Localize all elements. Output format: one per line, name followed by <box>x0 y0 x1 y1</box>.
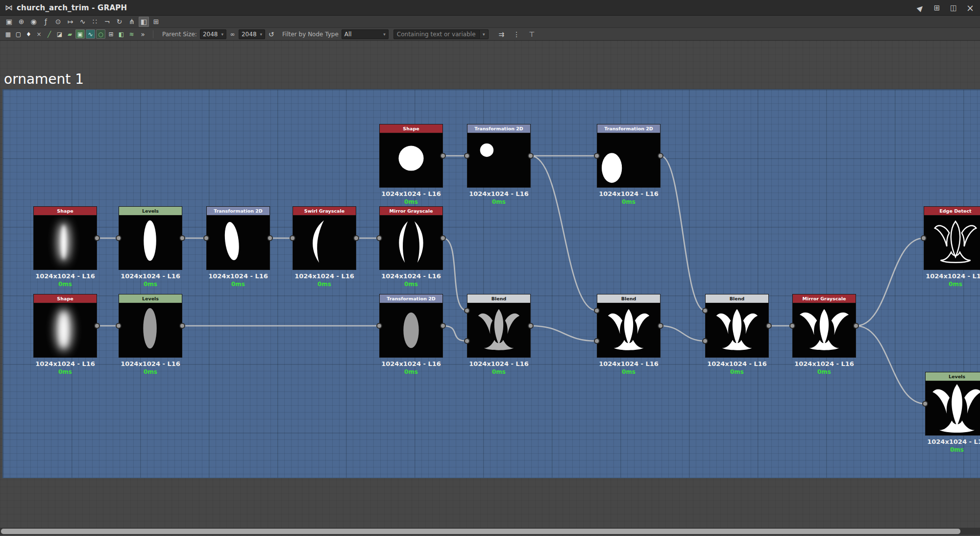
input-port[interactable] <box>702 338 708 344</box>
node-type-select[interactable]: All ▾ <box>342 29 389 39</box>
node-search-input[interactable] <box>393 29 480 39</box>
output-port[interactable] <box>528 323 534 329</box>
pin-view-icon[interactable]: ▶ <box>913 0 927 14</box>
filter-atlas-icon[interactable]: ▣ <box>75 29 85 39</box>
input-port[interactable] <box>376 323 382 329</box>
filter-graph-icon[interactable]: ◧ <box>117 29 126 39</box>
output-port[interactable] <box>440 153 446 159</box>
parent-size-height-select[interactable]: 2048 ▾ <box>239 29 265 39</box>
output-port[interactable] <box>528 153 534 159</box>
graph-node-t2d_mid[interactable]: Transformation 2D1024x1024 - L160ms <box>206 206 270 288</box>
input-port[interactable] <box>290 235 295 241</box>
graph-node-blend1[interactable]: Blend 1024x1024 - L160ms <box>467 294 531 375</box>
filter-material-icon[interactable]: ♦ <box>24 29 33 39</box>
graph-node-levels_mid[interactable]: Levels1024x1024 - L160ms <box>119 206 182 288</box>
instantiate-nodes-icon[interactable]: ⇉ <box>496 29 507 39</box>
filter-tile-icon[interactable]: ⊞ <box>106 29 116 39</box>
node-size-label: 1024x1024 - L16 <box>206 272 270 280</box>
graph-node-t2d_a[interactable]: Transformation 2D1024x1024 - L160ms <box>467 124 531 205</box>
input-port[interactable] <box>464 308 470 314</box>
auto-layout-icon[interactable]: ↻ <box>114 17 124 27</box>
output-port[interactable] <box>267 235 273 241</box>
input-port[interactable] <box>702 308 708 314</box>
node-size-label: 1024x1024 - L16 <box>379 272 443 280</box>
link-dimensions-icon[interactable]: ∞ <box>227 29 238 39</box>
filter-shape-icon[interactable]: ○ <box>96 29 105 39</box>
output-port[interactable] <box>853 323 859 329</box>
link-orthogonal-icon[interactable]: ¬ <box>102 17 112 27</box>
search-icon[interactable]: ⊙ <box>53 17 63 27</box>
link-display-straight-icon[interactable]: ↦ <box>65 17 75 27</box>
link-dots-icon[interactable]: ∷ <box>90 17 100 27</box>
layout-grid-icon[interactable]: ⊞ <box>932 3 942 13</box>
horizontal-scrollbar[interactable] <box>0 528 980 535</box>
reset-size-icon[interactable]: ↺ <box>266 29 276 39</box>
input-port[interactable] <box>921 235 927 241</box>
pan-view-icon[interactable]: ⊕ <box>16 17 26 27</box>
dock-nodes-icon[interactable]: ⋮ <box>512 29 522 39</box>
graph-node-blend3[interactable]: Blend 1024x1024 - L160ms <box>705 294 769 375</box>
filter-spline-icon[interactable]: ∿ <box>86 29 95 39</box>
input-port[interactable] <box>464 153 470 159</box>
graph-node-levels_bot[interactable]: Levels1024x1024 - L160ms <box>119 294 182 375</box>
titlebar: ⋈ church_arch_trim - GRAPH ▶⊞◫× <box>0 0 980 16</box>
filter-fx-icon[interactable]: ╱ <box>45 29 54 39</box>
filter-grayscale-icon[interactable]: ▢ <box>14 29 23 39</box>
input-port[interactable] <box>789 323 795 329</box>
input-port[interactable] <box>922 401 928 407</box>
input-port[interactable] <box>464 338 470 344</box>
graph-node-levels_end[interactable]: Levels 1024x1024 - L160ms <box>925 372 980 453</box>
graph-node-mirror_mid[interactable]: Mirror Grayscale1024x1024 - L160ms <box>379 206 443 288</box>
input-port[interactable] <box>203 235 209 241</box>
output-port[interactable] <box>179 323 185 329</box>
preview-2d-icon[interactable]: ◧ <box>139 17 149 27</box>
graph-node-blend2[interactable]: Blend 1024x1024 - L160ms <box>597 294 661 375</box>
filter-pencil-icon[interactable]: ▰ <box>65 29 74 39</box>
filter-bitmap-icon[interactable]: ▦ <box>3 29 13 39</box>
graph-viewport[interactable]: ornament 1 Shape1024x1024 - L160msTransf… <box>0 41 980 536</box>
close-icon[interactable]: × <box>965 3 975 13</box>
output-port[interactable] <box>94 235 100 241</box>
function-editor-icon[interactable]: ƒ <box>41 17 51 27</box>
graph-node-shape_top[interactable]: Shape1024x1024 - L160ms <box>379 124 443 205</box>
frame-selection-icon[interactable]: ⊞ <box>151 17 161 27</box>
output-port[interactable] <box>353 235 359 241</box>
output-port[interactable] <box>658 323 663 329</box>
output-port[interactable] <box>658 153 663 159</box>
filter-vector-icon[interactable]: ≋ <box>127 29 136 39</box>
filter-mesh-icon[interactable]: × <box>34 29 44 39</box>
input-port[interactable] <box>116 323 122 329</box>
output-port[interactable] <box>440 323 446 329</box>
input-port[interactable] <box>594 153 600 159</box>
snapshot-icon[interactable]: ◉ <box>28 17 39 27</box>
graph-node-mirror_bot[interactable]: Mirror Grayscale 1024x1024 - L160ms <box>792 294 856 375</box>
marquee-select-icon[interactable]: ▣ <box>4 17 14 27</box>
output-port[interactable] <box>440 235 446 241</box>
input-port[interactable] <box>594 308 600 314</box>
parent-size-width-select[interactable]: 2048 ▾ <box>200 29 226 39</box>
node-size-label: 1024x1024 - L16 <box>293 272 356 280</box>
node-header: Blend <box>705 294 769 303</box>
float-window-icon[interactable]: ◫ <box>949 3 958 13</box>
scrollbar-thumb[interactable] <box>1 529 960 534</box>
tools-icon[interactable]: ⋔ <box>126 17 137 27</box>
input-port[interactable] <box>376 235 382 241</box>
node-header: Levels <box>119 206 182 215</box>
toolbar-overflow-icon[interactable]: » <box>138 29 148 39</box>
graph-node-edge[interactable]: Edge Detect 1024x1024 - L160ms <box>924 206 980 288</box>
output-port[interactable] <box>766 323 772 329</box>
graph-node-t2d_b[interactable]: Transformation 2D1024x1024 - L160ms <box>597 124 661 205</box>
filter-fill-icon[interactable]: ◪ <box>55 29 64 39</box>
output-port[interactable] <box>94 323 100 329</box>
snap-align-icon[interactable]: ⊤ <box>527 29 537 39</box>
input-port[interactable] <box>116 235 122 241</box>
link-display-curved-icon[interactable]: ∿ <box>77 17 88 27</box>
graph-node-t2d_bot[interactable]: Transformation 2D1024x1024 - L160ms <box>379 294 443 375</box>
graph-node-shape_mid[interactable]: Shape1024x1024 - L160ms <box>33 206 97 288</box>
node-thumbnail <box>379 303 443 358</box>
graph-node-shape_bot[interactable]: Shape1024x1024 - L160ms <box>33 294 97 375</box>
output-port[interactable] <box>179 235 185 241</box>
input-port[interactable] <box>594 338 600 344</box>
search-dropdown-icon[interactable]: ▾ <box>480 29 489 39</box>
graph-node-swirl[interactable]: Swirl Grayscale1024x1024 - L160ms <box>293 206 356 288</box>
